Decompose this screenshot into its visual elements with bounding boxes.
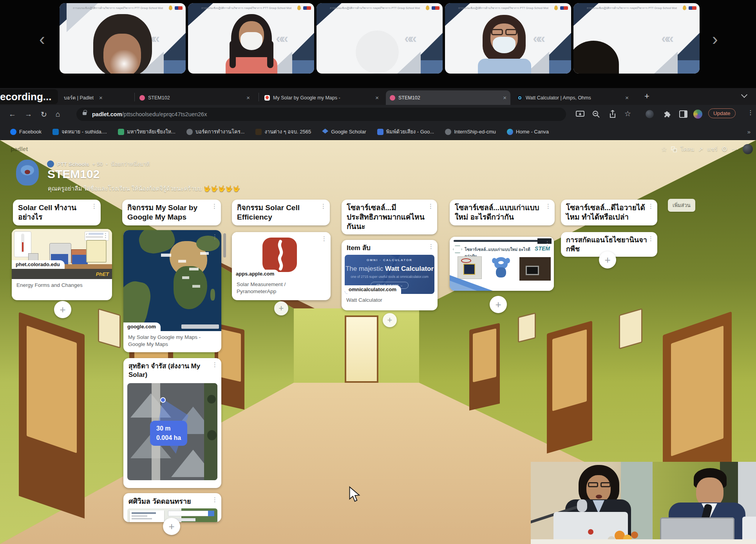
section-header-1[interactable]: Solar Cell ทำงานอย่างไร ⋮: [13, 200, 101, 225]
reload-icon[interactable]: ↻: [41, 110, 47, 119]
add-post-button-3[interactable]: +: [274, 301, 288, 315]
padlet-wordmark: padlet: [11, 146, 28, 152]
share-arrow-icon[interactable]: ↗: [698, 146, 703, 153]
link-domain-badge[interactable]: google.com: [123, 322, 161, 331]
settings-gear-icon[interactable]: ⚙: [722, 145, 728, 153]
section-header-4[interactable]: โซลาร์เซลล์...มีประสิทธิภาพมากแค่ไหนกันน…: [342, 200, 437, 234]
bookmark-university[interactable]: มหาวิทยาลัยเชียงให...: [118, 128, 175, 136]
card-menu-icon[interactable]: ⋮: [212, 361, 218, 368]
video-thumbnail-1[interactable]: การอบรมเชิงปฏิบัติการด้านวิชาการ กลยุทธ์…: [60, 3, 186, 74]
extension-moon-icon[interactable]: [646, 110, 654, 118]
section-header-5[interactable]: โซลาร์เซลล์...แบบเก่าแบบใหม่ อะไรดีกว่าก…: [450, 200, 555, 225]
tab-my-solar-maps[interactable]: My Solar by Google my Maps - ×: [260, 90, 383, 105]
close-icon[interactable]: ×: [503, 94, 506, 101]
board-meta: PTT Schools + 50 • น้อยกว่าหนึ่งนาที: [47, 160, 150, 168]
browser-menu-icon[interactable]: ⋮: [747, 109, 754, 116]
card-menu-icon[interactable]: ⋮: [428, 243, 434, 250]
post-title: สุทธิดา จำรัส (ส่งงาน My Solar): [123, 358, 221, 381]
clone-icon[interactable]: [671, 146, 676, 152]
video-thumbnail-5[interactable]: การอบรมเชิงปฏิบัติการด้านวิชาการ กลยุทธ์…: [573, 3, 700, 74]
section-header-2[interactable]: กิจกรรม My Solar by Google My Maps ⋮: [122, 200, 221, 225]
section-header-6[interactable]: โซลาร์เซลล์...ดีไอวายได้ไหม ทำได้หรือเปล…: [561, 200, 657, 225]
bookmark-internship[interactable]: InternShip-ed-cmu: [445, 129, 496, 135]
video-thumbnail-4[interactable]: การอบรมเชิงปฏิบัติการด้านวิชาการ กลยุทธ์…: [445, 3, 571, 74]
link-domain-badge[interactable]: apps.apple.com: [232, 270, 279, 278]
favorite-star-icon[interactable]: ☆: [661, 145, 667, 153]
card-menu-icon[interactable]: ⋮: [212, 233, 218, 240]
filmstrip-prev-icon[interactable]: ‹: [39, 31, 45, 48]
add-post-button-5[interactable]: +: [490, 296, 507, 313]
link-domain-badge[interactable]: phet.colorado.edu: [12, 260, 65, 269]
section-menu-icon[interactable]: ⋮: [212, 203, 217, 210]
bookmark-voice-typing[interactable]: พิมพ์ด้วยเสียง - Goo...: [377, 128, 434, 136]
bookmark-canva[interactable]: Home - Canva: [507, 129, 549, 135]
bookmarks-bar: Facebook จดหมาย - suthida.... มหาวิทยาลั…: [0, 124, 756, 140]
home-icon[interactable]: ⌂: [56, 110, 60, 119]
add-post-button-2[interactable]: +: [163, 518, 180, 535]
post-card-suthida[interactable]: สุทธิดา จำรัส (ส่งงาน My Solar) ⋮ 30 m 0…: [123, 358, 221, 488]
tab-stem102-active[interactable]: STEM102 ×: [386, 90, 510, 105]
video-thumbnail-3[interactable]: การอบรมเชิงปฏิบัติการด้านวิชาการ กลยุทธ์…: [317, 3, 443, 74]
bookmark-mail[interactable]: จดหมาย - suthida....: [52, 128, 107, 136]
post-card-pyranometer[interactable]: apps.apple.com Solar Measurement / Pyran…: [232, 232, 331, 300]
close-icon[interactable]: ×: [246, 94, 250, 101]
section-menu-icon[interactable]: ⋮: [320, 203, 326, 210]
bookmark-star-icon[interactable]: ☆: [624, 109, 631, 118]
tab-stem102-1[interactable]: STEM102 ×: [136, 90, 254, 105]
column-scrollbar[interactable]: [223, 233, 226, 258]
section-menu-icon[interactable]: ⋮: [428, 203, 434, 210]
post-card-stem-slide[interactable]: โซลาร์เซลล์..แบบเก่าแบบใหม่ อะไรดีกว่ากั…: [450, 237, 554, 291]
share-label[interactable]: แชร์: [707, 145, 718, 153]
bookmarks-overflow-icon[interactable]: »: [747, 128, 751, 135]
bookmark-board[interactable]: บอร์ดการทำงานโคร...: [186, 128, 245, 136]
install-icon[interactable]: [576, 110, 584, 118]
tab-watt-calculator[interactable]: Watt Calculator | Amps, Ohms ×: [513, 90, 633, 105]
url-field[interactable]: padlet.com /pttschoolsedu/eprqc47ts2uen2…: [76, 108, 566, 121]
add-post-button-6[interactable]: +: [599, 251, 616, 268]
emblem-icon: [554, 5, 558, 10]
card-menu-icon[interactable]: ⋮: [212, 496, 218, 503]
add-post-button-1[interactable]: +: [54, 301, 71, 318]
close-icon[interactable]: ×: [625, 94, 629, 101]
stem-slide-image: โซลาร์เซลล์..แบบเก่าแบบใหม่ อะไรดีกว่ากั…: [450, 237, 554, 291]
post-card-item-lab[interactable]: Item ลับ ⋮ OMNI · CALCULATOR The majesti…: [342, 240, 438, 310]
back-icon[interactable]: ←: [9, 110, 16, 119]
profile-avatar[interactable]: [693, 110, 702, 119]
link-domain-badge[interactable]: omnicalculator.com: [345, 285, 401, 294]
clone-label[interactable]: โคลน: [680, 145, 694, 153]
new-tab-icon[interactable]: +: [644, 91, 649, 101]
card-menu-icon[interactable]: ⋮: [321, 235, 327, 242]
add-post-button-4[interactable]: +: [383, 313, 397, 327]
bookmark-facebook[interactable]: Facebook: [10, 129, 42, 135]
mascot-image: [492, 257, 510, 279]
section-header-3[interactable]: กิจกรรม Solar Cell Efficiency ⋮: [232, 200, 330, 225]
close-icon[interactable]: ×: [99, 94, 103, 101]
bookmark-scholar[interactable]: Google Scholar: [322, 129, 366, 135]
section-menu-icon[interactable]: ⋮: [648, 203, 654, 210]
section-menu-icon[interactable]: ⋮: [648, 235, 654, 243]
add-section-button[interactable]: เพิ่มส่วน: [668, 199, 695, 212]
tab-title: บอร์ด | Padlet: [64, 94, 94, 102]
forward-icon[interactable]: →: [25, 110, 32, 119]
tab-search-chevron-icon[interactable]: [741, 92, 747, 98]
card-menu-icon[interactable]: ⋮: [103, 232, 109, 239]
video-thumbnail-2[interactable]: การอบรมเชิงปฏิบัติการด้านวิชาการ กลยุทธ์…: [188, 3, 314, 74]
bookmark-work[interactable]: งานต่าง ๆ อจบ. 2565: [255, 128, 311, 136]
side-panel-icon[interactable]: [679, 110, 687, 118]
post-card-google-map[interactable]: google.com My Solar by Google my Maps - …: [123, 230, 221, 352]
zoom-icon[interactable]: [592, 110, 600, 118]
filmstrip-next-icon[interactable]: ›: [712, 31, 718, 48]
close-icon[interactable]: ×: [375, 94, 379, 101]
board-menu-icon[interactable]: ⋯: [732, 145, 739, 153]
post-card-phet[interactable]: ✓ PhET phet.colorado.edu Energy Forms an…: [12, 229, 112, 300]
scholar-icon: [322, 129, 328, 135]
extensions-puzzle-icon[interactable]: [663, 110, 671, 118]
board-mascot-avatar[interactable]: [13, 157, 42, 189]
section-menu-icon[interactable]: ⋮: [91, 203, 97, 210]
board-avatar[interactable]: [743, 144, 753, 154]
section-menu-icon[interactable]: ⋮: [545, 203, 551, 210]
tab-padlet-board[interactable]: บอร์ด | Padlet ×: [48, 90, 134, 105]
share-icon[interactable]: [609, 110, 617, 119]
update-button[interactable]: Update: [708, 108, 736, 118]
card-menu-icon[interactable]: ⋮: [544, 240, 550, 247]
